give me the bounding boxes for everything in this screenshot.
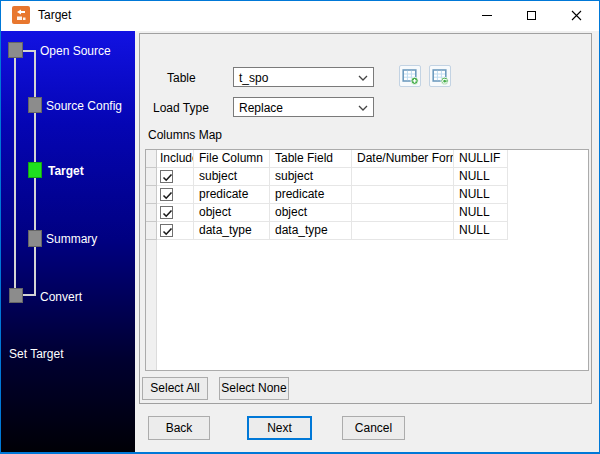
step-box-target [28,162,42,178]
corner-cell [146,150,157,168]
dialog-window: Target Open Source Source Config Target … [0,0,600,454]
window-controls [464,1,599,30]
table-row: data_typedata_typeNULL [146,222,588,240]
step-label-convert: Convert [40,290,82,304]
file-column-cell: subject [194,168,270,186]
refresh-table-button[interactable] [429,65,451,87]
include-checkbox[interactable] [160,206,173,219]
format-cell [352,168,454,186]
close-icon [571,10,582,21]
load-type-select-value: Replace [239,100,283,116]
table-refresh-icon [432,68,449,85]
table-field-cell: object [270,204,352,222]
app-icon [12,6,30,24]
minimize-button[interactable] [464,1,509,30]
select-none-button[interactable]: Select None [219,377,289,400]
connector-line [14,58,16,288]
step-label-target: Target [48,164,84,178]
include-cell [157,204,194,222]
include-cell [157,186,194,204]
table-row: predicatepredicateNULL [146,186,588,204]
table-row: objectobjectNULL [146,204,588,222]
header-nullif: NULLIF [454,150,508,168]
format-cell [352,186,454,204]
wizard-status-text: Set Target [9,347,63,361]
chevron-down-icon [358,75,368,81]
select-all-button[interactable]: Select All [142,377,208,400]
step-box-convert [9,288,23,303]
step-label-source-config: Source Config [46,99,122,113]
maximize-icon [527,11,536,20]
columns-grid: Include File Column Table Field Date/Num… [145,149,589,371]
columns-grid-body: subjectsubjectNULLpredicatepredicateNULL… [146,168,588,240]
format-cell [352,222,454,240]
include-checkbox[interactable] [160,188,173,201]
target-panel: Table t_spo Load Type [139,33,592,404]
table-field-cell: predicate [270,186,352,204]
columns-grid-header: Include File Column Table Field Date/Num… [146,150,588,168]
header-include: Include [157,150,194,168]
cancel-button[interactable]: Cancel [342,416,405,440]
load-type-select[interactable]: Replace [233,97,374,117]
file-column-cell: data_type [194,222,270,240]
header-file-column: File Column [194,150,270,168]
maximize-button[interactable] [509,1,554,30]
table-row: subjectsubjectNULL [146,168,588,186]
step-box-open-source [8,42,23,58]
close-button[interactable] [554,1,599,30]
wizard-sidebar: Open Source Source Config Target Summary… [1,31,135,452]
connector-line [23,50,35,52]
row-header-cell [146,168,157,186]
row-header-cell [146,222,157,240]
chevron-down-icon [358,105,368,111]
nullif-cell: NULL [454,204,508,222]
step-label-summary: Summary [46,232,97,246]
minimize-icon [482,15,492,16]
table-add-icon [402,68,419,85]
step-label-open-source: Open Source [40,44,111,58]
table-select-value: t_spo [239,70,268,86]
row-header-cell [146,204,157,222]
nullif-cell: NULL [454,168,508,186]
table-field-cell: data_type [270,222,352,240]
title-bar: Target [1,1,599,31]
include-checkbox[interactable] [160,170,173,183]
file-column-cell: object [194,204,270,222]
table-field-cell: subject [270,168,352,186]
file-column-cell: predicate [194,186,270,204]
row-header-cell [146,186,157,204]
table-label: Table [167,71,196,85]
header-table-field: Table Field [270,150,352,168]
window-title: Target [38,8,71,22]
include-checkbox[interactable] [160,224,173,237]
include-cell [157,168,194,186]
header-format: Date/Number Format [352,150,454,168]
step-box-source-config [28,97,42,113]
load-type-label: Load Type [153,101,209,115]
step-box-summary [28,230,42,247]
nullif-cell: NULL [454,186,508,204]
nullif-cell: NULL [454,222,508,240]
connector-line [23,294,35,296]
include-cell [157,222,194,240]
create-table-button[interactable] [399,65,421,87]
next-button[interactable]: Next [247,416,312,440]
table-select[interactable]: t_spo [233,67,374,87]
back-button[interactable]: Back [148,416,210,440]
columns-map-label: Columns Map [148,128,222,142]
format-cell [352,204,454,222]
